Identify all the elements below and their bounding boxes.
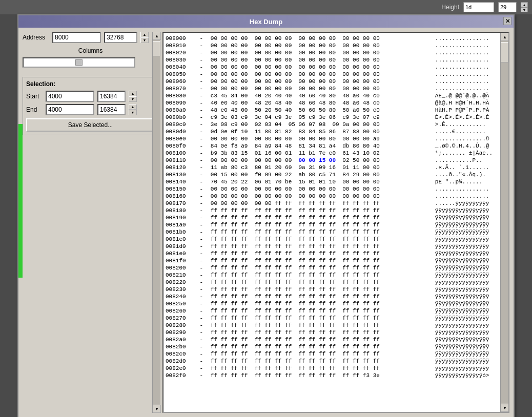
address-label: Address	[23, 34, 49, 41]
hex-bytes: 84 0e f8 a9 84 a9 84 48 81 34 81 a4 db 8…	[211, 142, 431, 150]
hex-ascii: ÿÿÿÿÿÿÿÿÿÿÿÿÿÿÿÿ	[435, 358, 489, 365]
hex-addr: 008160	[166, 193, 192, 200]
hex-line: 008030 - 00 00 00 00 00 00 00 00 00 00 0…	[166, 56, 498, 64]
hex-ascii: ÿÿÿÿÿÿÿÿÿÿÿÿÿÿÿÿ	[435, 293, 489, 300]
end-input[interactable]	[46, 104, 94, 115]
hex-ascii: ................	[435, 42, 489, 49]
hex-line: 008010 - 00 00 00 00 00 00 00 00 00 00 0…	[166, 42, 498, 49]
hex-line: 0080c0 - 3e 08 c9 00 02 03 04 05 06 07 0…	[166, 121, 498, 128]
hex-bytes: ff ff ff ff ff ff ff ff ff ff ff ff ff f…	[211, 257, 431, 264]
columns-slider-container[interactable]	[23, 56, 135, 69]
right-scroll-up[interactable]: ▲	[501, 33, 509, 41]
hex-bytes: 00 00 00 00 00 00 00 00 00 00 00 00 00 0…	[211, 71, 431, 78]
hex-ascii: ÿÿÿÿÿÿÿÿÿÿÿÿÿÿó>	[435, 372, 489, 379]
hex-ascii: ÃE_.@ @@`@.@..@À	[435, 92, 489, 99]
hex-addr: 0081c0	[166, 236, 192, 243]
hex-addr: 008190	[166, 214, 192, 221]
hex-ascii: ÿÿÿÿÿÿÿÿÿÿÿÿÿÿÿÿ	[435, 365, 489, 372]
hex-line: 008250 - ff ff ff ff ff ff ff ff ff ff f…	[166, 300, 498, 307]
right-panel: 008000 - 00 00 00 00 00 00 00 00 00 00 0…	[162, 32, 509, 413]
hex-line: 008180 - ff ff ff ff ff ff ff ff ff ff f…	[166, 207, 498, 214]
address-spinner[interactable]: ▲ ▼	[140, 32, 149, 43]
save-selected-button[interactable]: Save Selected...	[26, 118, 155, 132]
hex-line: 008040 - 00 00 00 00 00 00 00 00 00 00 0…	[166, 64, 498, 71]
hex-line: 008260 - ff ff ff ff ff ff ff ff ff ff f…	[166, 307, 498, 315]
hex-ascii: >.É............	[435, 121, 486, 128]
hex-line: 0080e0 - 00 00 00 00 00 00 00 00 00 00 0…	[166, 135, 498, 142]
left-panel: ▲ ▼ Address ▲ ▼ Columns	[23, 32, 158, 413]
start-spin-up[interactable]: ▲	[129, 91, 137, 96]
hex-bytes: ff ff ff ff ff ff ff ff ff ff ff ff ff f…	[211, 372, 431, 379]
hex-bytes: 00 00 00 00 00 00 00 00 00 00 00 00 00 0…	[211, 78, 431, 85]
hex-line: 008230 - ff ff ff ff ff ff ff ff ff ff f…	[166, 286, 498, 293]
end-spin-up[interactable]: ▲	[129, 104, 137, 110]
hex-bytes: 00 00 00 00 00 00 00 00 00 00 00 00 00 0…	[211, 135, 431, 142]
height-spinner[interactable]: ▲ ▼	[521, 2, 528, 12]
end-spin-down[interactable]: ▼	[129, 110, 137, 115]
selection-title: Selection:	[26, 80, 155, 88]
hex-addr: 0082e0	[166, 365, 192, 372]
columns-slider-thumb[interactable]	[75, 59, 83, 66]
hex-line: 008240 - ff ff ff ff ff ff ff ff ff ff f…	[166, 293, 498, 300]
left-scrollbar[interactable]: ▲ ▼	[152, 32, 160, 413]
right-scroll-down[interactable]: ▼	[501, 404, 509, 412]
height-spin-up[interactable]: ▲	[521, 2, 528, 7]
hex-addr: 008170	[166, 200, 192, 207]
hex-addr: 0082b0	[166, 343, 192, 350]
hex-bytes: c3 45 84 00 40 20 40 40 40 60 40 80 40 a…	[211, 92, 431, 99]
columns-slider[interactable]	[23, 57, 135, 68]
hex-addr: 008260	[166, 307, 192, 315]
height-num-input[interactable]	[498, 2, 517, 12]
height-spin-down[interactable]: ▼	[521, 7, 528, 12]
hex-addr: 0082d0	[166, 358, 192, 365]
green-indicator	[18, 124, 23, 278]
hex-line: 008170 - 00 00 00 00 00 00 ff ff ff ff f…	[166, 200, 498, 207]
hex-addr: 008180	[166, 207, 192, 214]
hex-bytes: ff ff ff ff ff ff ff ff ff ff ff ff ff f…	[211, 207, 431, 214]
hex-addr: 008140	[166, 178, 192, 185]
hex-ascii: ÿÿÿÿÿÿÿÿÿÿÿÿÿÿÿÿ	[435, 214, 489, 221]
hex-ascii: _.ø©.©.H.4..Û..@	[435, 142, 489, 150]
hex-bytes: ff ff ff ff ff ff ff ff ff ff ff ff ff f…	[211, 300, 431, 307]
hex-line: 008120 - 11 ab 80 c3 80 01 20 60 0a 31 0…	[166, 164, 498, 171]
hex-line: 008210 - ff ff ff ff ff ff ff ff ff ff f…	[166, 272, 498, 279]
address-input[interactable]	[52, 32, 101, 43]
start-spin-down[interactable]: ▼	[129, 96, 137, 102]
end-spinner[interactable]: ▲ ▼	[129, 104, 137, 115]
hex-addr: 008210	[166, 272, 192, 279]
height-input[interactable]	[463, 2, 494, 12]
hex-ascii: ÿÿÿÿÿÿÿÿÿÿÿÿÿÿÿÿ	[435, 207, 489, 214]
right-scroll-thumb[interactable]	[501, 42, 508, 62]
right-scrollbar[interactable]: ▲ ▼	[500, 33, 508, 412]
left-scroll-thumb[interactable]	[153, 41, 160, 56]
hex-line: 008080 - c3 45 84 00 40 20 40 40 40 60 4…	[166, 92, 498, 99]
hex-line: 008220 - ff ff ff ff ff ff ff ff ff ff f…	[166, 279, 498, 286]
hex-ascii: .«.Ã.. `.1......	[435, 164, 489, 171]
hex-ascii: ...............©	[435, 135, 489, 142]
hex-addr: 008020	[166, 49, 192, 56]
right-scroll-track	[501, 41, 508, 404]
start-spinner[interactable]: ▲ ▼	[129, 91, 137, 102]
address-num-input[interactable]	[104, 32, 137, 43]
end-num-input[interactable]	[97, 104, 126, 115]
hex-bytes: ff ff ff ff ff ff ff ff ff ff ff ff ff f…	[211, 329, 431, 336]
hex-bytes: ff ff ff ff ff ff ff ff ff ff ff ff ff f…	[211, 343, 431, 350]
hex-bytes: ff ff ff ff ff ff ff ff ff ff ff ff ff f…	[211, 272, 431, 279]
start-num-input[interactable]	[97, 91, 126, 102]
left-scroll-down[interactable]: ▼	[153, 405, 161, 413]
address-spin-up[interactable]: ▲	[140, 32, 149, 37]
hex-line: 0082e0 - ff ff ff ff ff ff ff ff ff ff f…	[166, 365, 498, 372]
hex-content[interactable]: 008000 - 00 00 00 00 00 00 00 00 00 00 0…	[163, 33, 500, 412]
close-button[interactable]: ✕	[503, 17, 511, 25]
address-spin-down[interactable]: ▼	[140, 37, 149, 43]
columns-section: Columns	[23, 47, 158, 69]
hex-addr: 008150	[166, 185, 192, 193]
start-input[interactable]	[46, 91, 94, 102]
hex-line: 0082c0 - ff ff ff ff ff ff ff ff ff ff f…	[166, 350, 498, 358]
hex-addr: 0081b0	[166, 228, 192, 236]
hex-addr: 0081d0	[166, 243, 192, 250]
left-scroll-up[interactable]: ▲	[153, 32, 161, 40]
hex-bytes: b9 3b 83 15 01 16 00 01 11 b1 7c c0 61 4…	[211, 150, 431, 157]
start-row: Start ▲ ▼	[26, 91, 155, 102]
hex-addr: 0080e0	[166, 135, 192, 142]
